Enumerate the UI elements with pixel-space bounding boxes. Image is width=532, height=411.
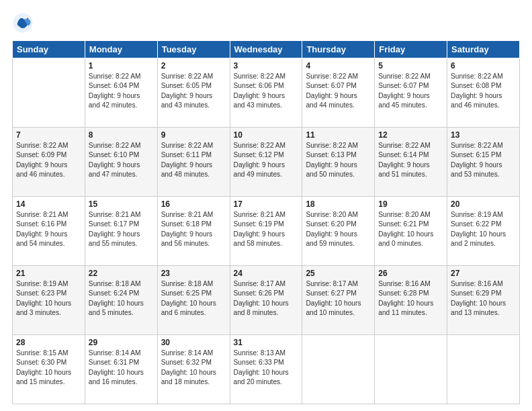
day-cell: 12Sunrise: 8:22 AM Sunset: 6:14 PM Dayli…	[375, 128, 447, 197]
day-cell: 21Sunrise: 8:19 AM Sunset: 6:23 PM Dayli…	[13, 266, 85, 335]
day-info: Sunrise: 8:20 AM Sunset: 6:20 PM Dayligh…	[306, 210, 371, 248]
day-number: 20	[451, 199, 516, 209]
column-header-sunday: Sunday	[13, 41, 85, 58]
day-number: 24	[234, 269, 299, 278]
day-number: 17	[234, 199, 299, 209]
day-info: Sunrise: 8:22 AM Sunset: 6:09 PM Dayligh…	[16, 141, 81, 179]
day-info: Sunrise: 8:16 AM Sunset: 6:28 PM Dayligh…	[378, 279, 443, 318]
day-number: 25	[306, 269, 371, 278]
week-row-2: 7Sunrise: 8:22 AM Sunset: 6:09 PM Daylig…	[13, 128, 520, 197]
day-cell: 18Sunrise: 8:20 AM Sunset: 6:20 PM Dayli…	[302, 197, 375, 266]
day-cell: 1Sunrise: 8:22 AM Sunset: 6:04 PM Daylig…	[85, 58, 157, 128]
day-number: 29	[89, 338, 154, 347]
day-cell: 30Sunrise: 8:14 AM Sunset: 6:32 PM Dayli…	[157, 335, 230, 404]
day-cell	[447, 335, 520, 404]
day-cell: 11Sunrise: 8:22 AM Sunset: 6:13 PM Dayli…	[302, 128, 375, 197]
day-number: 4	[306, 61, 371, 71]
day-cell: 19Sunrise: 8:20 AM Sunset: 6:21 PM Dayli…	[375, 197, 447, 266]
day-info: Sunrise: 8:14 AM Sunset: 6:32 PM Dayligh…	[161, 349, 226, 387]
day-cell	[302, 335, 375, 404]
day-cell: 14Sunrise: 8:21 AM Sunset: 6:16 PM Dayli…	[13, 197, 85, 266]
day-number: 6	[451, 61, 516, 71]
column-header-wednesday: Wednesday	[230, 41, 302, 58]
day-cell: 5Sunrise: 8:22 AM Sunset: 6:07 PM Daylig…	[375, 58, 447, 128]
day-cell: 7Sunrise: 8:22 AM Sunset: 6:09 PM Daylig…	[13, 128, 85, 197]
day-number: 16	[161, 199, 226, 209]
day-info: Sunrise: 8:22 AM Sunset: 6:08 PM Dayligh…	[451, 72, 516, 110]
day-number: 30	[161, 338, 226, 347]
day-number: 13	[451, 130, 516, 140]
day-number: 26	[378, 269, 443, 278]
day-info: Sunrise: 8:21 AM Sunset: 6:18 PM Dayligh…	[161, 210, 226, 248]
day-number: 9	[161, 130, 226, 140]
day-number: 27	[451, 269, 516, 278]
day-info: Sunrise: 8:14 AM Sunset: 6:31 PM Dayligh…	[89, 349, 154, 387]
day-cell: 4Sunrise: 8:22 AM Sunset: 6:07 PM Daylig…	[302, 58, 375, 128]
day-cell: 8Sunrise: 8:22 AM Sunset: 6:10 PM Daylig…	[85, 128, 157, 197]
day-cell: 24Sunrise: 8:17 AM Sunset: 6:26 PM Dayli…	[230, 266, 302, 335]
day-info: Sunrise: 8:19 AM Sunset: 6:23 PM Dayligh…	[16, 279, 81, 318]
day-number: 8	[89, 130, 154, 140]
day-number: 22	[89, 269, 154, 278]
logo-icon	[12, 12, 34, 34]
day-number: 23	[161, 269, 226, 278]
day-info: Sunrise: 8:22 AM Sunset: 6:15 PM Dayligh…	[451, 141, 516, 179]
day-info: Sunrise: 8:21 AM Sunset: 6:19 PM Dayligh…	[234, 210, 299, 248]
day-number: 12	[378, 130, 443, 140]
day-cell: 3Sunrise: 8:22 AM Sunset: 6:06 PM Daylig…	[230, 58, 302, 128]
day-info: Sunrise: 8:19 AM Sunset: 6:22 PM Dayligh…	[451, 210, 516, 248]
calendar-table: SundayMondayTuesdayWednesdayThursdayFrid…	[12, 40, 520, 404]
calendar-body: 1Sunrise: 8:22 AM Sunset: 6:04 PM Daylig…	[13, 58, 520, 404]
day-info: Sunrise: 8:22 AM Sunset: 6:11 PM Dayligh…	[161, 141, 226, 179]
day-info: Sunrise: 8:18 AM Sunset: 6:24 PM Dayligh…	[89, 279, 154, 318]
week-row-5: 28Sunrise: 8:15 AM Sunset: 6:30 PM Dayli…	[13, 335, 520, 404]
day-cell: 28Sunrise: 8:15 AM Sunset: 6:30 PM Dayli…	[13, 335, 85, 404]
day-cell: 2Sunrise: 8:22 AM Sunset: 6:05 PM Daylig…	[157, 58, 230, 128]
day-info: Sunrise: 8:16 AM Sunset: 6:29 PM Dayligh…	[451, 279, 516, 318]
day-info: Sunrise: 8:22 AM Sunset: 6:06 PM Dayligh…	[234, 72, 299, 110]
day-number: 21	[16, 269, 81, 278]
day-cell: 13Sunrise: 8:22 AM Sunset: 6:15 PM Dayli…	[447, 128, 520, 197]
day-cell: 22Sunrise: 8:18 AM Sunset: 6:24 PM Dayli…	[85, 266, 157, 335]
day-number: 28	[16, 338, 81, 347]
day-number: 10	[234, 130, 299, 140]
day-info: Sunrise: 8:22 AM Sunset: 6:10 PM Dayligh…	[89, 141, 154, 179]
day-number: 19	[378, 199, 443, 209]
day-cell	[13, 58, 85, 128]
day-number: 14	[16, 199, 81, 209]
day-info: Sunrise: 8:17 AM Sunset: 6:27 PM Dayligh…	[306, 279, 371, 318]
day-info: Sunrise: 8:22 AM Sunset: 6:07 PM Dayligh…	[306, 72, 371, 110]
day-cell: 20Sunrise: 8:19 AM Sunset: 6:22 PM Dayli…	[447, 197, 520, 266]
calendar-header: SundayMondayTuesdayWednesdayThursdayFrid…	[13, 41, 520, 58]
header	[12, 12, 520, 34]
day-cell: 6Sunrise: 8:22 AM Sunset: 6:08 PM Daylig…	[447, 58, 520, 128]
day-info: Sunrise: 8:20 AM Sunset: 6:21 PM Dayligh…	[378, 210, 443, 248]
header-row: SundayMondayTuesdayWednesdayThursdayFrid…	[13, 41, 520, 58]
day-info: Sunrise: 8:21 AM Sunset: 6:17 PM Dayligh…	[89, 210, 154, 248]
day-info: Sunrise: 8:22 AM Sunset: 6:07 PM Dayligh…	[378, 72, 443, 110]
column-header-friday: Friday	[375, 41, 447, 58]
day-info: Sunrise: 8:22 AM Sunset: 6:05 PM Dayligh…	[161, 72, 226, 110]
day-info: Sunrise: 8:21 AM Sunset: 6:16 PM Dayligh…	[16, 210, 81, 248]
page: SundayMondayTuesdayWednesdayThursdayFrid…	[0, 0, 532, 411]
week-row-1: 1Sunrise: 8:22 AM Sunset: 6:04 PM Daylig…	[13, 58, 520, 128]
column-header-monday: Monday	[85, 41, 157, 58]
week-row-3: 14Sunrise: 8:21 AM Sunset: 6:16 PM Dayli…	[13, 197, 520, 266]
day-cell: 10Sunrise: 8:22 AM Sunset: 6:12 PM Dayli…	[230, 128, 302, 197]
day-info: Sunrise: 8:22 AM Sunset: 6:12 PM Dayligh…	[234, 141, 299, 179]
day-cell: 17Sunrise: 8:21 AM Sunset: 6:19 PM Dayli…	[230, 197, 302, 266]
day-info: Sunrise: 8:13 AM Sunset: 6:33 PM Dayligh…	[234, 349, 299, 387]
day-cell: 15Sunrise: 8:21 AM Sunset: 6:17 PM Dayli…	[85, 197, 157, 266]
day-info: Sunrise: 8:22 AM Sunset: 6:04 PM Dayligh…	[89, 72, 154, 110]
day-cell: 25Sunrise: 8:17 AM Sunset: 6:27 PM Dayli…	[302, 266, 375, 335]
day-cell: 9Sunrise: 8:22 AM Sunset: 6:11 PM Daylig…	[157, 128, 230, 197]
day-info: Sunrise: 8:17 AM Sunset: 6:26 PM Dayligh…	[234, 279, 299, 318]
day-cell: 16Sunrise: 8:21 AM Sunset: 6:18 PM Dayli…	[157, 197, 230, 266]
column-header-thursday: Thursday	[302, 41, 375, 58]
day-cell: 27Sunrise: 8:16 AM Sunset: 6:29 PM Dayli…	[447, 266, 520, 335]
week-row-4: 21Sunrise: 8:19 AM Sunset: 6:23 PM Dayli…	[13, 266, 520, 335]
day-info: Sunrise: 8:18 AM Sunset: 6:25 PM Dayligh…	[161, 279, 226, 318]
day-info: Sunrise: 8:15 AM Sunset: 6:30 PM Dayligh…	[16, 349, 81, 387]
day-number: 3	[234, 61, 299, 71]
day-cell: 26Sunrise: 8:16 AM Sunset: 6:28 PM Dayli…	[375, 266, 447, 335]
